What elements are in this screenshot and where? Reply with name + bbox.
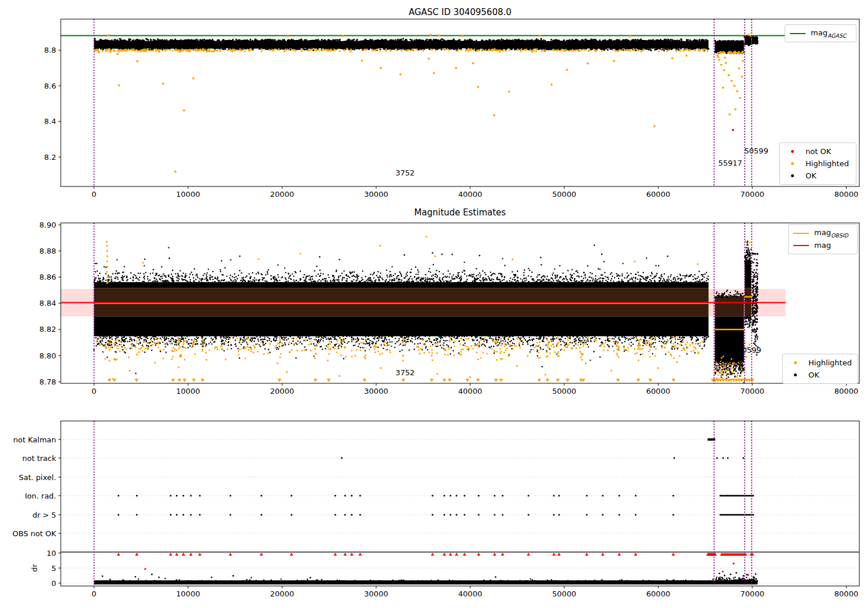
legend-dot-swatch <box>788 373 803 376</box>
svg-text:0: 0 <box>91 190 96 199</box>
plot-0-legend-mag-agasc: magAGASC <box>785 24 856 42</box>
legend-label: OK <box>808 371 819 379</box>
legend-dot-swatch <box>788 361 803 364</box>
svg-text:60000: 60000 <box>646 387 670 395</box>
annotation-55917: 55917 <box>718 159 742 167</box>
row-label-obs_not_ok: OBS not OK <box>13 529 57 538</box>
svg-text:70000: 70000 <box>740 589 764 598</box>
legend-entry-mag: mag <box>793 239 851 251</box>
legend-line-swatch <box>790 33 806 34</box>
svg-text:60000: 60000 <box>646 190 670 199</box>
svg-text:30000: 30000 <box>364 589 388 598</box>
top-plot-title: AGASC ID 304095608.0 <box>61 7 859 17</box>
plot-0-legend-quality: not OKHighlightedOK <box>779 142 856 185</box>
legend-line-swatch <box>793 233 809 234</box>
svg-text:50000: 50000 <box>552 190 576 199</box>
svg-text:80000: 80000 <box>834 387 858 395</box>
row-label-not_kalman: not Kalman <box>13 435 56 444</box>
legend-label: Highlighted <box>808 358 852 367</box>
svg-text:80000: 80000 <box>834 190 858 199</box>
figure-canvas: 0100002000030000400005000060000700008000… <box>0 0 868 608</box>
svg-text:80000: 80000 <box>834 589 858 598</box>
svg-text:8.4: 8.4 <box>44 117 56 126</box>
middle-plot-title: Magnitude Estimates <box>61 207 859 218</box>
annotation-55917: 55917 <box>718 358 742 367</box>
svg-text:10000: 10000 <box>176 589 200 598</box>
row-label-ion_rad: Ion. rad. <box>25 492 56 500</box>
svg-text:8.84: 8.84 <box>39 299 56 307</box>
svg-text:10000: 10000 <box>176 190 200 199</box>
plot-1-legend-mag-lines: magOBSIDmag <box>788 224 858 254</box>
svg-text:40000: 40000 <box>458 190 482 199</box>
svg-text:20000: 20000 <box>270 387 294 395</box>
svg-text:5: 5 <box>52 564 56 573</box>
svg-text:8.88: 8.88 <box>39 247 56 255</box>
row-label-sat_pixel: Sat. pixel. <box>19 473 56 482</box>
legend-label: magOBSID <box>814 228 848 239</box>
figure: AGASC ID 304095608.0 Magnitude Estimates… <box>0 0 868 608</box>
svg-text:20000: 20000 <box>270 589 294 598</box>
svg-text:10000: 10000 <box>176 387 200 395</box>
svg-text:0: 0 <box>52 579 56 588</box>
legend-entry-highlighted: Highlighted <box>785 158 850 170</box>
svg-text:0: 0 <box>91 589 96 598</box>
row-label-not_track: not track <box>22 454 56 463</box>
legend-dot-swatch <box>785 162 800 165</box>
legend-entry-mag: magOBSID <box>793 227 851 239</box>
svg-text:8.8: 8.8 <box>44 46 56 54</box>
legend-entry-ok: OK <box>788 369 852 381</box>
legend-label: not OK <box>806 147 831 156</box>
svg-text:8.82: 8.82 <box>39 325 56 334</box>
svg-text:8.90: 8.90 <box>39 221 56 229</box>
row-label-dr_gt5: dr > 5 <box>32 511 56 519</box>
svg-text:40000: 40000 <box>458 387 482 395</box>
legend-label: Highlighted <box>806 159 849 168</box>
bottom-plot-axes: 0100002000030000400005000060000700008000… <box>13 421 860 598</box>
legend-entry-ok: OK <box>785 170 850 182</box>
annotation-50599: 50599 <box>737 346 761 354</box>
svg-text:70000: 70000 <box>740 387 764 395</box>
legend-dot-swatch <box>785 174 800 177</box>
svg-text:50000: 50000 <box>552 387 576 395</box>
dr-axis-label: dr <box>30 564 39 572</box>
legend-entry-highlighted: Highlighted <box>788 357 852 369</box>
svg-text:60000: 60000 <box>646 589 670 598</box>
legend-entry-mag: magAGASC <box>790 27 850 39</box>
svg-text:0: 0 <box>91 387 96 395</box>
svg-text:8.6: 8.6 <box>44 82 56 90</box>
legend-entry-not-ok: not OK <box>785 145 850 158</box>
svg-text:8.86: 8.86 <box>39 273 56 281</box>
svg-text:8.2: 8.2 <box>44 153 56 162</box>
annotation-3752: 3752 <box>396 368 415 377</box>
svg-text:8.80: 8.80 <box>39 351 56 360</box>
plot-1-legend-quality: HighlightedOK <box>782 354 858 384</box>
svg-text:20000: 20000 <box>270 190 294 199</box>
svg-text:30000: 30000 <box>364 190 388 199</box>
top-plot <box>61 19 785 186</box>
svg-text:40000: 40000 <box>458 589 482 598</box>
annotation-50599: 50599 <box>744 146 768 155</box>
legend-label: mag <box>814 241 831 250</box>
legend-dot-swatch <box>785 150 800 153</box>
bottom-plot <box>61 421 859 586</box>
annotation-3752: 3752 <box>396 169 415 177</box>
legend-line-swatch <box>793 245 809 246</box>
svg-text:10: 10 <box>46 549 56 558</box>
middle-plot <box>61 223 785 383</box>
legend-label: OK <box>806 171 816 180</box>
legend-label: magAGASC <box>811 28 847 39</box>
svg-text:70000: 70000 <box>740 190 764 199</box>
svg-text:8.78: 8.78 <box>39 378 56 386</box>
svg-text:50000: 50000 <box>552 589 576 598</box>
svg-text:30000: 30000 <box>364 387 388 395</box>
